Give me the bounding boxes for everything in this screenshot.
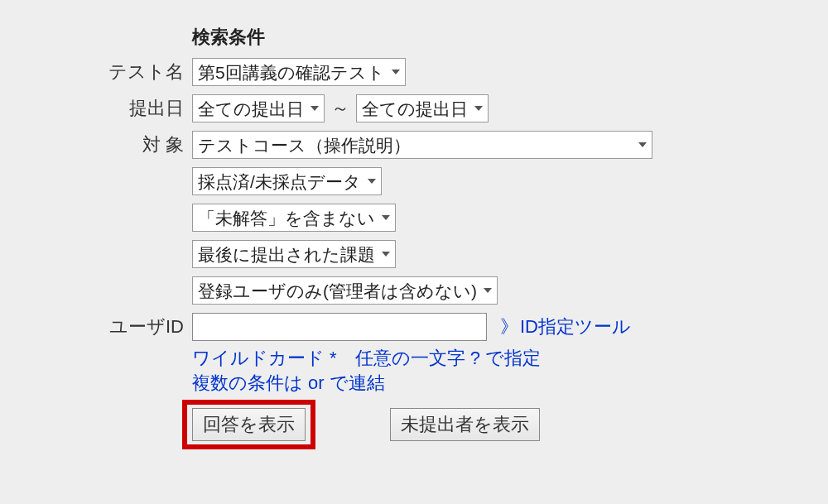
row-test-name: テスト名 第5回講義の確認テスト bbox=[0, 58, 828, 86]
input-user-id[interactable] bbox=[192, 313, 487, 341]
label-user-id: ユーザID bbox=[0, 314, 192, 339]
row-submission-filter: 最後に提出された課題 bbox=[0, 240, 828, 268]
select-date-to[interactable]: 全ての提出日 bbox=[356, 94, 489, 122]
help-text: ワイルドカード * 任意の一文字 ? で指定 複数の条件は or で連結 bbox=[192, 346, 828, 395]
label-target: 対 象 bbox=[0, 132, 192, 157]
help-line1: ワイルドカード * 任意の一文字 ? で指定 bbox=[192, 346, 828, 371]
label-test-name: テスト名 bbox=[0, 60, 192, 84]
row-answer-filter: 「未解答」を含まない bbox=[0, 204, 828, 232]
form-header: 検索条件 bbox=[192, 25, 828, 50]
row-user-id: ユーザID 》ID指定ツール bbox=[0, 313, 828, 341]
link-id-tool-label: ID指定ツール bbox=[520, 316, 631, 337]
help-line2: 複数の条件は or で連結 bbox=[192, 371, 828, 396]
select-target[interactable]: テストコース（操作説明） bbox=[192, 131, 652, 159]
show-unsubmitted-button[interactable]: 未提出者を表示 bbox=[390, 408, 540, 441]
link-id-tool[interactable]: 》ID指定ツール bbox=[500, 314, 631, 339]
row-grading-status: 採点済/未採点データ bbox=[0, 167, 828, 195]
row-submit-date: 提出日 全ての提出日 ～ 全ての提出日 bbox=[0, 94, 828, 122]
label-submit-date: 提出日 bbox=[0, 96, 192, 121]
date-separator: ～ bbox=[331, 96, 349, 121]
select-date-from[interactable]: 全ての提出日 bbox=[192, 94, 325, 122]
select-grading-status[interactable]: 採点済/未採点データ bbox=[192, 167, 382, 195]
row-target: 対 象 テストコース（操作説明） bbox=[0, 131, 828, 159]
search-form: 検索条件 テスト名 第5回講義の確認テスト 提出日 全ての提出日 ～ 全ての提出… bbox=[0, 25, 828, 449]
link-arrows-icon: 》 bbox=[500, 316, 518, 337]
show-answers-button[interactable]: 回答を表示 bbox=[192, 408, 306, 441]
highlight-box: 回答を表示 bbox=[182, 400, 315, 449]
select-submission-filter[interactable]: 最後に提出された課題 bbox=[192, 240, 396, 268]
select-user-filter[interactable]: 登録ユーザのみ(管理者は含めない) bbox=[192, 276, 498, 305]
select-test-name[interactable]: 第5回講義の確認テスト bbox=[192, 58, 406, 86]
select-answer-filter[interactable]: 「未解答」を含まない bbox=[192, 204, 396, 232]
button-row: 回答を表示 未提出者を表示 bbox=[182, 400, 828, 449]
row-user-filter: 登録ユーザのみ(管理者は含めない) bbox=[0, 276, 828, 305]
